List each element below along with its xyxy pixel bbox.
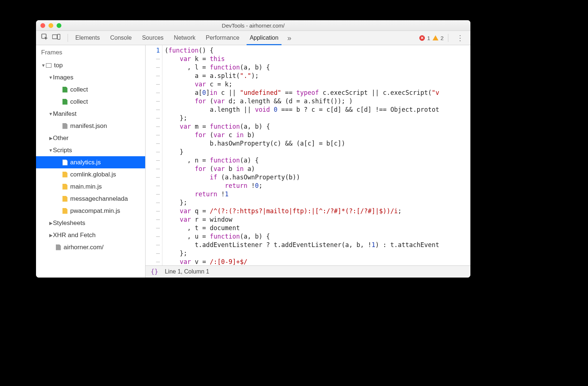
tree-group-images[interactable]: ▼Images	[36, 71, 145, 83]
svg-rect-1	[52, 35, 57, 39]
editor-statusbar: {} Line 1, Column 1	[146, 265, 470, 278]
js-file-icon	[62, 172, 68, 178]
js-file-icon	[62, 208, 68, 214]
image-file-icon	[62, 99, 68, 105]
code-content[interactable]: (function() { var k = this , l = functio…	[162, 45, 470, 265]
close-window-button[interactable]	[40, 23, 45, 28]
tabs-overflow-button[interactable]: »	[284, 34, 295, 42]
tree-group-scripts[interactable]: ▼Scripts	[36, 144, 145, 156]
tree-item-collect-2[interactable]: collect	[36, 96, 145, 108]
window-title: DevTools - airhorner.com/	[36, 22, 470, 29]
tabbar-separator	[68, 34, 68, 42]
traffic-lights	[40, 23, 61, 28]
zoom-window-button[interactable]	[57, 23, 61, 28]
inspect-element-icon[interactable]	[41, 33, 49, 42]
tabbar-separator-right	[448, 34, 448, 42]
titlebar: DevTools - airhorner.com/	[36, 20, 470, 31]
tab-application[interactable]: Application	[244, 31, 283, 45]
tree-item-root-file[interactable]: airhorner.com/	[36, 241, 145, 253]
tab-sources[interactable]: Sources	[137, 31, 169, 45]
image-file-icon	[62, 87, 68, 93]
tree-item-messagechannelada[interactable]: messagechannelada	[36, 193, 145, 205]
tree-group-manifest[interactable]: ▼Manifest	[36, 108, 145, 120]
line-number-1[interactable]: 1	[146, 46, 160, 55]
source-editor: 1 ––––––––––––––––––––––––– (function() …	[146, 45, 470, 278]
warning-count[interactable]: 2	[441, 35, 444, 41]
editor-gutter[interactable]: 1 –––––––––––––––––––––––––	[146, 45, 162, 265]
js-file-icon	[62, 160, 68, 165]
tab-network[interactable]: Network	[169, 31, 201, 45]
kebab-menu-icon[interactable]: ⋮	[453, 33, 467, 42]
tree-group-stylesheets[interactable]: ▶Stylesheets	[36, 217, 145, 229]
tree-item-analytics-js[interactable]: analytics.js	[36, 156, 145, 168]
file-icon	[56, 244, 61, 250]
cursor-position: Line 1, Column 1	[165, 268, 209, 275]
js-file-icon	[62, 196, 68, 202]
error-count[interactable]: 1	[427, 35, 430, 41]
tree-item-collect-1[interactable]: collect	[36, 83, 145, 96]
tree-top-label: top	[54, 62, 63, 69]
toggle-device-icon[interactable]	[52, 34, 60, 42]
error-icon[interactable]: ✕	[419, 35, 425, 41]
js-file-icon	[62, 184, 68, 190]
tab-performance[interactable]: Performance	[201, 31, 245, 45]
tree-top-frame[interactable]: ▼ top	[36, 59, 145, 71]
file-icon	[62, 123, 68, 129]
tree-item-main-min-js[interactable]: main.min.js	[36, 181, 145, 193]
tab-elements[interactable]: Elements	[70, 31, 105, 45]
frames-sidebar: Frames ▼ top ▼Images collect collect	[36, 45, 146, 278]
tree-group-xhr[interactable]: ▶XHR and Fetch	[36, 229, 145, 241]
tree-group-other[interactable]: ▶Other	[36, 132, 145, 144]
tree-item-comlink-global-js[interactable]: comlink.global.js	[36, 168, 145, 181]
tree-item-pwacompat-min-js[interactable]: pwacompat.min.js	[36, 205, 145, 217]
devtools-window: DevTools - airhorner.com/ Elements Conso…	[36, 20, 470, 278]
devtools-tabbar: Elements Console Sources Network Perform…	[36, 31, 470, 45]
warning-icon[interactable]	[433, 35, 438, 40]
pretty-print-icon[interactable]: {}	[151, 268, 158, 275]
tab-console[interactable]: Console	[105, 31, 137, 45]
svg-rect-2	[57, 34, 60, 39]
sidebar-heading: Frames	[36, 45, 145, 59]
tree-item-manifest-json[interactable]: manifest.json	[36, 120, 145, 132]
minimize-window-button[interactable]	[49, 23, 53, 28]
